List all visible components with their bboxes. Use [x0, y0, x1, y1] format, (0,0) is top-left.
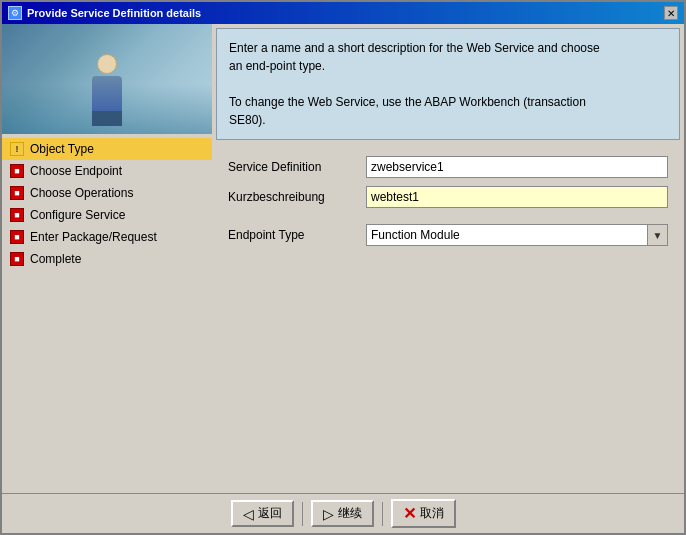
nav-label-object-type: Object Type: [30, 142, 94, 156]
main-window: ⚙ Provide Service Definition details ✕ !…: [0, 0, 686, 535]
cancel-button[interactable]: ✕ 取消: [391, 499, 456, 528]
nav-list: ! Object Type ■ Choose Endpoint ■ Choose…: [2, 134, 212, 493]
form-area: Service Definition Kurzbeschreibung Endp…: [216, 148, 680, 254]
service-definition-input[interactable]: [366, 156, 668, 178]
nav-item-configure-service[interactable]: ■ Configure Service: [2, 204, 212, 226]
error-icon-package: ■: [10, 230, 24, 244]
nav-label-choose-endpoint: Choose Endpoint: [30, 164, 122, 178]
back-label: 返回: [258, 505, 282, 522]
kurzbeschreibung-row: Kurzbeschreibung: [228, 186, 668, 208]
nav-item-choose-endpoint[interactable]: ■ Choose Endpoint: [2, 160, 212, 182]
endpoint-type-value: Function Module: [367, 226, 647, 244]
endpoint-type-row: Endpoint Type Function Module ▼: [228, 224, 668, 246]
bottom-bar: ◁ 返回 ▷ 继续 ✕ 取消: [2, 493, 684, 533]
hero-image: [2, 24, 212, 134]
main-content: ! Object Type ■ Choose Endpoint ■ Choose…: [2, 24, 684, 493]
cancel-icon: ✕: [403, 504, 416, 523]
endpoint-type-label: Endpoint Type: [228, 228, 358, 242]
nav-label-configure-service: Configure Service: [30, 208, 125, 222]
nav-label-choose-operations: Choose Operations: [30, 186, 133, 200]
endpoint-type-select[interactable]: Function Module ▼: [366, 224, 668, 246]
description-box: Enter a name and a short description for…: [216, 28, 680, 140]
figure-body: [92, 76, 122, 111]
kurzbeschreibung-input[interactable]: [366, 186, 668, 208]
back-button[interactable]: ◁ 返回: [231, 500, 294, 527]
description-line2: an end-point type.: [229, 59, 325, 73]
warning-icon: !: [10, 142, 24, 156]
description-line4: To change the Web Service, use the ABAP …: [229, 95, 586, 109]
description-line1: Enter a name and a short description for…: [229, 41, 600, 55]
figure-legs: [92, 111, 122, 126]
error-icon-endpoint: ■: [10, 164, 24, 178]
wizard-figure: [87, 54, 127, 124]
close-button[interactable]: ✕: [664, 6, 678, 20]
nav-label-complete: Complete: [30, 252, 81, 266]
kurzbeschreibung-label: Kurzbeschreibung: [228, 190, 358, 204]
back-icon: ◁: [243, 506, 254, 522]
cancel-label: 取消: [420, 505, 444, 522]
nav-item-choose-operations[interactable]: ■ Choose Operations: [2, 182, 212, 204]
error-icon-configure: ■: [10, 208, 24, 222]
figure-head: [97, 54, 117, 74]
error-icon-complete: ■: [10, 252, 24, 266]
nav-item-enter-package[interactable]: ■ Enter Package/Request: [2, 226, 212, 248]
service-definition-label: Service Definition: [228, 160, 358, 174]
description-line5: SE80).: [229, 113, 266, 127]
left-panel: ! Object Type ■ Choose Endpoint ■ Choose…: [2, 24, 212, 493]
window-title: Provide Service Definition details: [27, 7, 201, 19]
endpoint-type-dropdown-button[interactable]: ▼: [647, 225, 667, 245]
title-bar: ⚙ Provide Service Definition details ✕: [2, 2, 684, 24]
window-icon: ⚙: [8, 6, 22, 20]
continue-icon: ▷: [323, 506, 334, 522]
error-icon-operations: ■: [10, 186, 24, 200]
continue-button[interactable]: ▷ 继续: [311, 500, 374, 527]
divider-2: [382, 502, 383, 526]
title-bar-left: ⚙ Provide Service Definition details: [8, 6, 201, 20]
service-definition-row: Service Definition: [228, 156, 668, 178]
nav-item-complete[interactable]: ■ Complete: [2, 248, 212, 270]
right-panel: Enter a name and a short description for…: [212, 24, 684, 493]
divider-1: [302, 502, 303, 526]
nav-item-object-type[interactable]: ! Object Type: [2, 138, 212, 160]
continue-label: 继续: [338, 505, 362, 522]
nav-label-enter-package: Enter Package/Request: [30, 230, 157, 244]
